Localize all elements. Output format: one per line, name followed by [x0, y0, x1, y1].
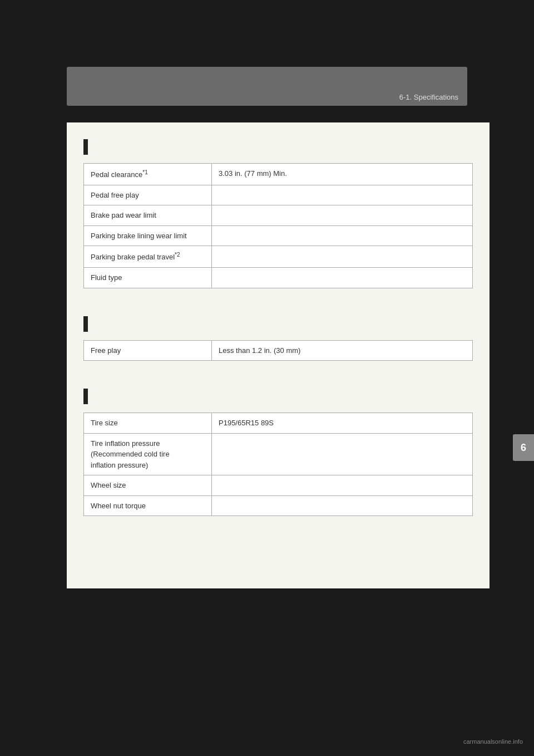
table-cell-value — [212, 225, 473, 246]
brakes-section: Pedal clearance*1 3.03 in. (77 mm) Min. … — [83, 139, 473, 288]
steering-section: Free play Less than 1.2 in. (30 mm) — [83, 316, 473, 361]
table-cell-label: Tire inflation pressure(Recommended cold… — [84, 433, 212, 475]
table-cell-label: Free play — [84, 340, 212, 361]
table-row: Wheel nut torque — [84, 495, 473, 516]
table-cell-value — [212, 433, 473, 475]
table-cell-label: Tire size — [84, 413, 212, 434]
tires-table: Tire size P195/65R15 89S Tire inflation … — [83, 413, 473, 516]
footer-text: carmanualsonline.info — [463, 738, 523, 745]
side-tab: 6 — [513, 434, 534, 461]
table-cell-label: Wheel nut torque — [84, 495, 212, 516]
table-cell-label: Parking brake lining wear limit — [84, 225, 212, 246]
tires-section: Tire size P195/65R15 89S Tire inflation … — [83, 389, 473, 516]
brakes-section-marker — [83, 139, 88, 155]
footer-watermark: carmanualsonline.info — [463, 738, 523, 745]
table-row: Fluid type — [84, 268, 473, 288]
header-bar: 6-1. Specifications — [67, 67, 467, 106]
table-cell-value — [212, 495, 473, 516]
content-area: Pedal clearance*1 3.03 in. (77 mm) Min. … — [67, 122, 490, 588]
table-cell-value: Less than 1.2 in. (30 mm) — [212, 340, 473, 361]
tires-section-marker — [83, 389, 88, 404]
table-cell-label: Fluid type — [84, 268, 212, 288]
table-cell-value — [212, 246, 473, 268]
table-cell-label: Brake pad wear limit — [84, 205, 212, 226]
table-row: Wheel size — [84, 475, 473, 496]
table-cell-value — [212, 268, 473, 288]
brakes-table: Pedal clearance*1 3.03 in. (77 mm) Min. … — [83, 163, 473, 288]
page-container: 6-1. Specifications Pedal clearance*1 3.… — [0, 0, 534, 756]
table-cell-value — [212, 185, 473, 205]
table-row: Pedal clearance*1 3.03 in. (77 mm) Min. — [84, 164, 473, 185]
table-cell-label: Pedal free play — [84, 185, 212, 205]
steering-table: Free play Less than 1.2 in. (30 mm) — [83, 340, 473, 361]
table-cell-value — [212, 205, 473, 226]
table-row: Pedal free play — [84, 185, 473, 205]
header-title: 6-1. Specifications — [399, 93, 458, 101]
table-cell-label: Pedal clearance*1 — [84, 164, 212, 185]
side-tab-label: 6 — [521, 442, 526, 454]
table-cell-value: P195/65R15 89S — [212, 413, 473, 434]
table-cell-label: Wheel size — [84, 475, 212, 496]
table-cell-label: Parking brake pedal travel*2 — [84, 246, 212, 268]
table-row: Tire inflation pressure(Recommended cold… — [84, 433, 473, 475]
table-row: Free play Less than 1.2 in. (30 mm) — [84, 340, 473, 361]
table-row: Parking brake lining wear limit — [84, 225, 473, 246]
steering-section-marker — [83, 316, 88, 332]
table-cell-value: 3.03 in. (77 mm) Min. — [212, 164, 473, 185]
table-row: Brake pad wear limit — [84, 205, 473, 226]
table-cell-value — [212, 475, 473, 496]
table-row: Tire size P195/65R15 89S — [84, 413, 473, 434]
table-row: Parking brake pedal travel*2 — [84, 246, 473, 268]
